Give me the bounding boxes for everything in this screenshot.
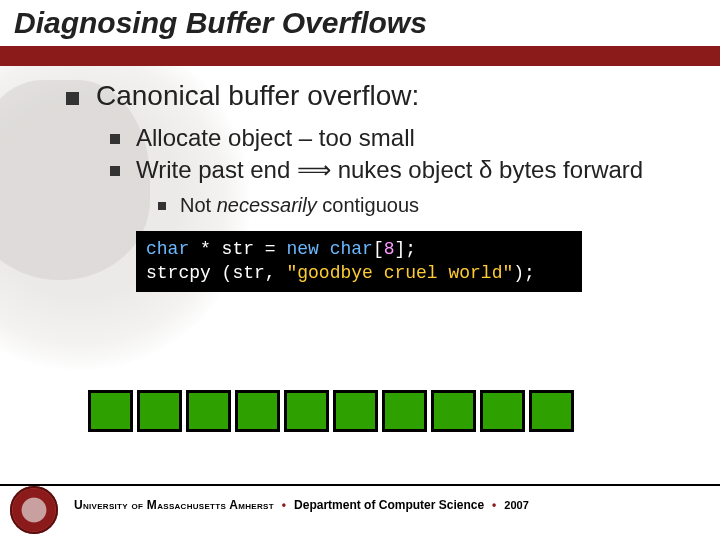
buffer-cell bbox=[431, 390, 476, 432]
footer-separator-dot-icon: • bbox=[274, 498, 294, 512]
buffer-cells-row bbox=[88, 390, 574, 432]
buffer-cell bbox=[480, 390, 525, 432]
code-text: [ bbox=[373, 239, 384, 259]
text-emphasis: necessarily bbox=[217, 194, 317, 216]
bullet-l2-write-text: Write past end ⟹ nukes object δ bytes fo… bbox=[136, 156, 643, 183]
footer-bar: University of Massachusetts Amherst • De… bbox=[0, 490, 720, 520]
footer-university: University of Massachusetts Amherst bbox=[74, 498, 274, 512]
footer-rule bbox=[0, 484, 720, 486]
buffer-cell bbox=[137, 390, 182, 432]
slide: Diagnosing Buffer Overflows Canonical bu… bbox=[0, 0, 720, 540]
text-fragment: bytes forward bbox=[492, 156, 643, 183]
footer: University of Massachusetts Amherst • De… bbox=[0, 484, 720, 540]
code-number: 8 bbox=[384, 239, 395, 259]
text-fragment: Not bbox=[180, 194, 217, 216]
delta-glyph: δ bbox=[479, 156, 492, 183]
code-line-2: strcpy (str, "goodbye cruel world"); bbox=[146, 261, 572, 285]
code-text bbox=[319, 239, 330, 259]
code-text: * str = bbox=[189, 239, 286, 259]
bullet-l2-write-past-end: Write past end ⟹ nukes object δ bytes fo… bbox=[110, 156, 690, 292]
code-string: "goodbye cruel world" bbox=[286, 263, 513, 283]
title-underline-strip bbox=[0, 50, 720, 66]
buffer-cell bbox=[186, 390, 231, 432]
footer-year: 2007 bbox=[504, 499, 528, 511]
bullet-l2-allocate-text: Allocate object – too small bbox=[136, 124, 415, 151]
code-text: ); bbox=[513, 263, 535, 283]
arrow-glyph: ⟹ bbox=[297, 156, 331, 183]
text-fragment: nukes object bbox=[331, 156, 479, 183]
code-keyword: char bbox=[146, 239, 189, 259]
code-block: char * str = new char[8]; strcpy (str, "… bbox=[136, 231, 582, 292]
bullet-l1: Canonical buffer overflow: Allocate obje… bbox=[66, 80, 690, 292]
text-fragment: contiguous bbox=[317, 194, 419, 216]
code-keyword: char bbox=[330, 239, 373, 259]
bullet-l1-text: Canonical buffer overflow: bbox=[96, 80, 419, 111]
buffer-cell bbox=[284, 390, 329, 432]
content-area: Canonical buffer overflow: Allocate obje… bbox=[66, 80, 690, 302]
buffer-cell bbox=[88, 390, 133, 432]
bullet-l2-allocate: Allocate object – too small bbox=[110, 124, 690, 152]
text-fragment: Write past end bbox=[136, 156, 297, 183]
buffer-cell bbox=[529, 390, 574, 432]
bullet-l3-contiguous: Not necessarily contiguous bbox=[158, 194, 690, 217]
university-seal-icon bbox=[10, 486, 58, 534]
footer-separator-dot-icon: • bbox=[484, 498, 504, 512]
code-keyword: new bbox=[286, 239, 318, 259]
code-line-1: char * str = new char[8]; bbox=[146, 237, 572, 261]
code-text: strcpy (str, bbox=[146, 263, 286, 283]
footer-department: Department of Computer Science bbox=[294, 498, 484, 512]
buffer-cell bbox=[333, 390, 378, 432]
buffer-cell bbox=[382, 390, 427, 432]
slide-title: Diagnosing Buffer Overflows bbox=[14, 6, 427, 40]
code-text: ]; bbox=[395, 239, 417, 259]
bullet-l3-text: Not necessarily contiguous bbox=[180, 194, 419, 216]
title-band: Diagnosing Buffer Overflows bbox=[0, 0, 720, 50]
buffer-cell bbox=[235, 390, 280, 432]
